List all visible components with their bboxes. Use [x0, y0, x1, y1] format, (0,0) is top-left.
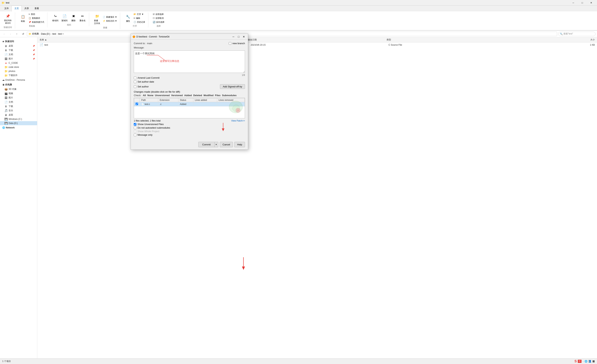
sidebar-item-downloads[interactable]: ⬇ 下载 📌 [0, 48, 37, 52]
no-autoselect-label[interactable]: Do not autoselect submodules [134, 126, 245, 129]
row-checkbox-cell[interactable] [134, 102, 140, 106]
commit-dropdown-btn[interactable]: ▾ [215, 142, 218, 147]
tab-share[interactable]: 共享 [22, 6, 32, 11]
nav-up-btn[interactable]: ↑ [14, 31, 19, 37]
author-date-checkbox-label[interactable]: Set author date [134, 80, 154, 83]
dialog-close-btn[interactable]: ✕ [241, 34, 246, 39]
row-checkbox[interactable] [136, 103, 138, 105]
show-whole-project-label[interactable]: Show Whole Project [134, 130, 245, 133]
cut-btn[interactable]: ✂ 剪切 [28, 13, 45, 16]
delete-btn[interactable]: ✖ 删除 [69, 13, 78, 23]
history-btn[interactable]: 🕐 历史记录 [133, 20, 146, 24]
tray-network[interactable]: 🌐 [584, 360, 588, 363]
paste-btn[interactable]: 📋 粘贴 [19, 13, 27, 23]
input-mode[interactable]: 中 [578, 360, 581, 363]
sidebar-item-music[interactable]: 🎵 音乐 [0, 108, 37, 113]
tab-view[interactable]: 查看 [32, 6, 42, 11]
cancel-button[interactable]: Cancel [220, 142, 233, 147]
sidebar-network-header[interactable]: 🌐 Network [0, 125, 37, 130]
sidebar-item-ccode[interactable]: ● C_CODE [0, 61, 37, 65]
easy-access-btn[interactable]: ⚡ 轻松访问 ▼ [102, 19, 118, 23]
sidebar-quickaccess-header[interactable]: ★ 快速访问 [0, 39, 37, 44]
file-row-test[interactable]: 📄 test 2023/3/6 20:15 C Source File 1 KB [37, 43, 597, 47]
filter-versioned[interactable]: Versioned [171, 94, 183, 97]
sidebar-onedrive-header[interactable]: ☁ OneDrive - Persona [0, 77, 37, 82]
view-patch-link[interactable]: View Patch>> [231, 120, 245, 122]
filter-files[interactable]: Files [215, 94, 220, 97]
col-status[interactable]: Status [178, 98, 193, 102]
amend-checkbox-label[interactable]: Amend Last Commit [134, 76, 159, 79]
commit-button[interactable]: Commit [198, 142, 215, 147]
select-all-btn[interactable]: ☑ 全部选择 [152, 13, 165, 16]
tray-user[interactable]: 👤 [589, 360, 592, 363]
add-signed-off-btn[interactable]: Add Signed-off-by [220, 84, 245, 89]
col-type[interactable]: 类型 [386, 38, 525, 41]
filter-all[interactable]: All [143, 94, 146, 97]
col-size[interactable]: 大小 [525, 38, 595, 41]
dialog-restore-btn[interactable]: □ [236, 34, 241, 39]
sidebar-thispc-header[interactable]: 🖥 此电脑 [0, 82, 37, 87]
minimize-button[interactable]: ─ [569, 0, 578, 6]
sidebar-item-video[interactable]: 🎬 视频 [0, 91, 37, 96]
show-unversioned-checkbox[interactable] [134, 123, 136, 126]
sidebar-item-pics2[interactable]: 🖼 图片 [0, 96, 37, 100]
properties-btn[interactable]: 🔧 属性 [124, 13, 132, 23]
edit-btn[interactable]: ✏ 编辑 [133, 16, 146, 20]
new-branch-checkbox-label[interactable]: new branch [229, 42, 245, 45]
show-unversioned-label[interactable]: Show Unversioned Files [134, 123, 245, 126]
filter-submodules[interactable]: Submodules [222, 94, 236, 97]
paste-shortcut-btn[interactable]: 📌 粘贴快捷方式 [28, 20, 45, 24]
sidebar-item-dlsoftware[interactable]: 📁 下载软件 [0, 73, 37, 77]
move-btn[interactable]: ⤷ 移动到 [51, 13, 60, 23]
ribbon-pin-btn[interactable]: 📌 固定到快速访问 [3, 13, 13, 25]
col-lines-added[interactable]: Lines added [193, 98, 217, 102]
nav-back-btn[interactable]: ‹ [1, 31, 7, 37]
amend-checkbox[interactable] [134, 77, 136, 79]
sidebar-item-3d[interactable]: 📦 3D 对象 [0, 87, 37, 91]
tab-file[interactable]: 文件 [1, 6, 12, 11]
message-textarea[interactable]: 这是一个测试用例 [134, 51, 245, 73]
sidebar-item-photos[interactable]: 📁 photos [0, 69, 37, 73]
filter-modified[interactable]: Modified [204, 94, 213, 97]
invert-select-btn[interactable]: 🔃 反向选择 [152, 20, 165, 24]
search-box[interactable]: 🔍 搜索"test" [558, 32, 596, 36]
sidebar-item-docs2[interactable]: 📄 文档 [0, 100, 37, 104]
col-date[interactable]: 修改日期 [248, 38, 386, 41]
sidebar-item-dl2[interactable]: ⬇ 下载 [0, 104, 37, 108]
sidebar-item-winc[interactable]: 💾 Windows (C:) [0, 117, 37, 121]
col-path[interactable]: Path [140, 98, 158, 102]
set-author-checkbox[interactable] [134, 85, 136, 88]
sidebar-item-datad[interactable]: 💾 Data (D:) [0, 121, 37, 125]
refresh-btn[interactable]: ↺ [21, 31, 26, 37]
table-row[interactable]: 📄 test.c .c Added [134, 102, 245, 106]
dialog-minimize-btn[interactable]: ─ [231, 34, 236, 39]
open-btn[interactable]: 📂 打开 ▼ [133, 13, 146, 16]
sidebar-item-docs[interactable]: 📄 文档 📌 [0, 52, 37, 57]
filter-none[interactable]: None [147, 94, 154, 97]
new-folder-btn[interactable]: 📁 新建文件夹 [93, 13, 101, 26]
message-only-label[interactable]: Message only [134, 133, 245, 136]
filter-added[interactable]: Added [184, 94, 192, 97]
message-only-checkbox[interactable] [134, 134, 136, 136]
copy-path-btn[interactable]: 📋 复制路径 [28, 16, 45, 20]
sidebar-item-desktop2[interactable]: 🖥 桌面 [0, 113, 37, 117]
nav-forward-btn[interactable]: › [8, 31, 13, 37]
new-branch-checkbox[interactable] [229, 42, 231, 45]
rename-btn[interactable]: ✏ 重命名 [78, 13, 87, 23]
address-path[interactable]: 📁 此电脑 › Data (D:) › test › test ▾ [27, 32, 557, 36]
copy-to-btn[interactable]: 📄 复制到 [60, 13, 69, 23]
col-extension[interactable]: Extension [158, 98, 178, 102]
filter-deleted[interactable]: Deleted [193, 94, 202, 97]
select-none-btn[interactable]: ☐ 全部取消 [152, 16, 165, 20]
maximize-button[interactable]: □ [578, 0, 587, 6]
sidebar-item-codestore[interactable]: 📁 code store [0, 65, 37, 69]
tray-grid[interactable]: ⊞ [593, 360, 595, 363]
close-button[interactable]: ✕ [587, 0, 596, 6]
tab-home[interactable]: 主页 [12, 6, 22, 12]
help-button[interactable]: Help [234, 142, 245, 147]
no-autoselect-checkbox[interactable] [134, 127, 136, 129]
new-item-btn[interactable]: 📄 新建项目 ▼ [102, 15, 118, 19]
sidebar-item-desktop[interactable]: 🖥 桌面 📌 [0, 44, 37, 48]
set-author-checkbox-label[interactable]: Set author [134, 85, 149, 88]
filter-unversioned[interactable]: Unversioned [155, 94, 170, 97]
